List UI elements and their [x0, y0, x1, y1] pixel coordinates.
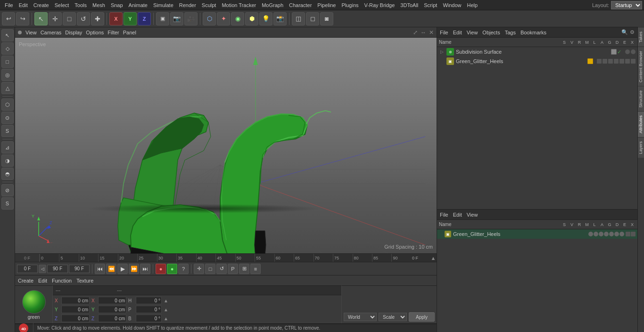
attr-heels-row[interactable]: ▣ Green_Glitter_Heels	[437, 229, 637, 239]
tool-mirror[interactable]: ◑	[1, 154, 14, 167]
tool-sculpt2[interactable]: S	[1, 197, 14, 210]
viewport-menu-view[interactable]: View	[25, 30, 37, 35]
coord-b-val[interactable]	[136, 315, 162, 322]
obj-menu-objects[interactable]: Objects	[482, 30, 500, 35]
world-dropdown[interactable]: World	[344, 313, 377, 321]
record-active-button[interactable]: ●	[167, 264, 177, 274]
menu-select[interactable]: Select	[52, 2, 72, 8]
obj-tag7[interactable]	[631, 59, 636, 64]
viewport-shading-button[interactable]: 🎥	[184, 12, 198, 25]
obj-tag3[interactable]	[608, 59, 613, 64]
viewport-menu-cameras[interactable]: Cameras	[41, 30, 62, 35]
menu-script[interactable]: Script	[421, 2, 440, 8]
material-menu-function[interactable]: Function	[52, 278, 72, 283]
obj-menu-bookmarks[interactable]: Bookmarks	[520, 30, 546, 35]
tool-circle[interactable]: ◎	[1, 69, 14, 81]
menu-character[interactable]: Character	[286, 2, 314, 8]
camera-obj-button[interactable]: 📸	[273, 12, 287, 25]
attr-menu-view[interactable]: View	[467, 212, 478, 218]
menu-motion-tracker[interactable]: Motion Tracker	[219, 2, 259, 8]
redo-button[interactable]: ↪	[16, 12, 29, 25]
menu-render[interactable]: Render	[176, 2, 199, 8]
obj-tag2[interactable]	[603, 59, 607, 64]
tab-layers[interactable]: Layers	[638, 137, 644, 158]
step-back-button[interactable]: ⏪	[106, 264, 116, 274]
frame-prev-btn[interactable]: ◁	[39, 265, 46, 273]
menu-mesh[interactable]: Mesh	[90, 2, 108, 8]
coord-h-val[interactable]	[136, 297, 162, 304]
obj-menu-file[interactable]: File	[440, 30, 448, 35]
coord-x-pos[interactable]	[61, 297, 90, 304]
move-keys-button[interactable]: ✛	[194, 264, 204, 274]
menu-3dtoall[interactable]: 3DToAll	[397, 2, 421, 8]
move-tool-button[interactable]: ✛	[49, 12, 62, 25]
menu-file[interactable]: File	[2, 2, 16, 8]
viewport-expand-icon[interactable]: ⤢	[413, 29, 418, 36]
viewport[interactable]: Perspective Grid Spacing : 10 cm X Z Y	[15, 38, 437, 253]
frame-start-input[interactable]	[17, 265, 38, 273]
z-axis-button[interactable]: Z	[138, 12, 151, 25]
obj-green-glitter-heels[interactable]: ▣ Green_Glitter_Heels	[437, 57, 637, 66]
menu-window[interactable]: Window	[440, 2, 464, 8]
tool-point[interactable]: S	[1, 125, 14, 137]
render-view-button[interactable]: ▣	[156, 12, 169, 25]
attr-menu-edit[interactable]: Edit	[453, 212, 462, 218]
coord-y-pos[interactable]	[61, 306, 90, 313]
tab-structure[interactable]: Structure	[638, 86, 644, 112]
selection-keys-button[interactable]: □	[205, 264, 215, 274]
menu-snap[interactable]: Snap	[108, 2, 126, 8]
scale-tool-button[interactable]: □	[63, 12, 76, 25]
attr-menu-file[interactable]: File	[440, 212, 448, 218]
play-button[interactable]: ▶	[117, 264, 128, 274]
rotate-tool-button[interactable]: ↺	[77, 12, 90, 25]
light-button[interactable]: 💡	[259, 12, 272, 25]
menu-mograph[interactable]: MoGraph	[259, 2, 286, 8]
coord-z-pos[interactable]	[61, 315, 90, 322]
coord-x-size[interactable]	[98, 297, 126, 304]
display-mode-button[interactable]: ◫	[292, 12, 305, 25]
spline-button[interactable]: ✦	[217, 12, 230, 25]
obj-expand-icon[interactable]: ▷	[439, 49, 445, 55]
viewport-arrows-icon[interactable]: ↔	[421, 29, 426, 36]
material-menu-create[interactable]: Create	[18, 278, 33, 283]
tool-paint[interactable]: ⊘	[1, 184, 14, 196]
obj-search-icon[interactable]: 🔍	[621, 29, 628, 35]
coord-p-arrow[interactable]: ▲	[164, 307, 168, 312]
frame-end-input[interactable]	[47, 265, 68, 273]
menu-simulate[interactable]: Simulate	[150, 2, 176, 8]
dope-sheet-button[interactable]: ≡	[250, 264, 261, 274]
deformer-button[interactable]: ⬢	[245, 12, 258, 25]
tool-sym[interactable]: ◓	[1, 168, 14, 180]
tool-box[interactable]: □	[1, 56, 14, 68]
tool-edge[interactable]: ⊙	[1, 112, 14, 124]
transform-tool-button[interactable]: ✚	[91, 12, 104, 25]
tl-end-arrow[interactable]: ▲	[430, 254, 437, 262]
record-button[interactable]: ●	[156, 264, 166, 274]
tab-attributes[interactable]: Attributes	[638, 111, 644, 137]
viewport-menu-filter[interactable]: Filter	[107, 30, 119, 35]
timeline-grid-button[interactable]: ⊞	[239, 264, 249, 274]
tab-takes[interactable]: Takes	[638, 27, 644, 47]
tool-select[interactable]: ↖	[1, 29, 14, 41]
frame-max-input[interactable]	[69, 265, 90, 273]
step-forward-button[interactable]: ⏩	[129, 264, 139, 274]
apply-button[interactable]: Apply	[409, 312, 435, 322]
goto-start-button[interactable]: ⏮	[95, 264, 105, 274]
obj-tag1[interactable]	[597, 59, 602, 64]
tab-content-browser[interactable]: Content Browser	[638, 47, 644, 86]
camera-button[interactable]: 📷	[170, 12, 183, 25]
generator-button[interactable]: ◉	[231, 12, 244, 25]
obj-settings-icon[interactable]: ⚙	[630, 29, 635, 35]
obj-menu-tags[interactable]: Tags	[505, 30, 516, 35]
menu-animate[interactable]: Animate	[126, 2, 150, 8]
rotate-keys-button[interactable]: ↺	[216, 264, 227, 274]
layout-select[interactable]: Startup	[611, 1, 642, 9]
scale-dropdown[interactable]: Scale	[379, 313, 407, 321]
coord-p-val[interactable]	[136, 306, 162, 313]
menu-tools[interactable]: Tools	[72, 2, 90, 8]
render-settings-button[interactable]: ◻	[306, 12, 319, 25]
viewport-menu-display[interactable]: Display	[65, 30, 82, 35]
object-button[interactable]: ⬡	[203, 12, 216, 25]
coord-z-size[interactable]	[98, 315, 126, 322]
obj-ss-check[interactable]: ✓	[617, 49, 621, 55]
